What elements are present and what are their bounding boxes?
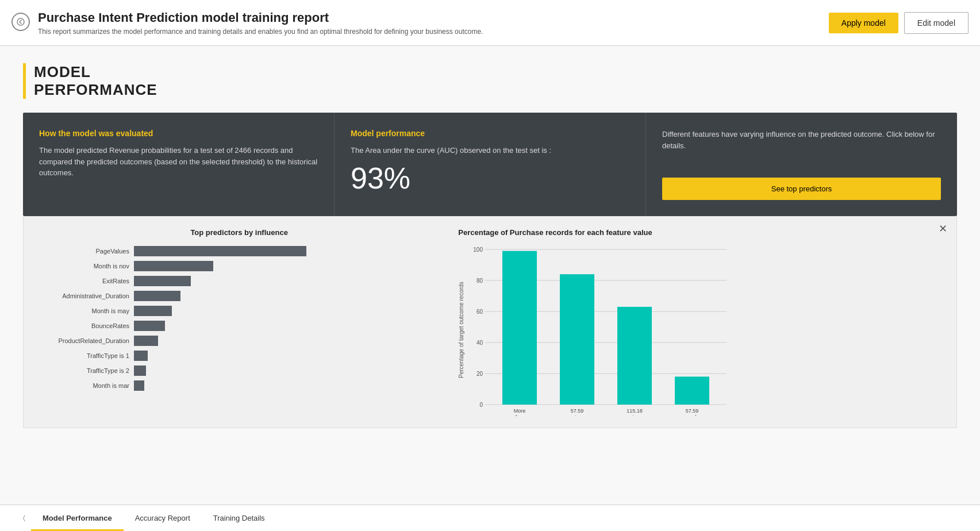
predictor-bar-row: PageValues (37, 246, 441, 256)
predictor-bar-row: ProductRelated_Duration (37, 336, 441, 346)
predictor-bar-track (134, 276, 441, 286)
feature-chart-title: Percentage of Purchase records for each … (458, 228, 943, 237)
section-title-block: MODEL PERFORMANCE (23, 63, 957, 99)
predictor-bar-track (134, 365, 441, 376)
header-text: Purchase Intent Prediction model trainin… (38, 10, 483, 36)
bottom-tab[interactable]: Model Performance (31, 505, 124, 531)
predictor-bar-fill (134, 246, 306, 256)
predictor-bar-row: Month is mar (37, 380, 441, 391)
auc-value: 93% (351, 161, 629, 195)
header: Purchase Intent Prediction model trainin… (0, 0, 980, 46)
predictors-panel: ✕ Top predictors by influence PageValues… (23, 216, 957, 428)
predictor-bar-label: Month is mar (37, 382, 129, 389)
eval-col1-text: The model predicted Revenue probabilitie… (39, 145, 318, 179)
feature-bar-x-label: 57.59 (686, 408, 699, 414)
svg-text:40: 40 (476, 340, 483, 346)
predictor-bar-label: TrafficType is 2 (37, 367, 129, 374)
predictor-bar-label: ExitRates (37, 278, 129, 284)
feature-bar-x-label: than (515, 414, 525, 416)
predictor-bar-fill (134, 261, 213, 271)
chart-left: Top predictors by influence PageValuesMo… (37, 228, 441, 416)
predictor-bar-row: TrafficType is 2 (37, 365, 441, 376)
bottom-tab[interactable]: Accuracy Report (124, 505, 202, 531)
predictor-bar-label: ProductRelated_Duration (37, 337, 129, 344)
predictor-bar-fill (134, 351, 148, 361)
predictor-bar-row: ExitRates (37, 276, 441, 286)
predictor-bar-label: PageValues (37, 248, 129, 255)
header-buttons: Apply model Edit model (829, 12, 969, 34)
predictor-bar-fill (134, 276, 191, 286)
predictor-bar-label: Month is may (37, 307, 129, 314)
eval-col1-title: How the model was evaluated (39, 129, 318, 138)
svg-text:80: 80 (476, 278, 483, 284)
chart-area: 020406080100Morethan230.3657.59to115.181… (468, 244, 943, 416)
predictor-bar-track (134, 336, 441, 346)
predictor-bar-row: Month is may (37, 306, 441, 316)
feature-bar-x-label: 115.18 (627, 408, 643, 414)
feature-bar (560, 275, 594, 405)
predictor-bar-track (134, 351, 441, 361)
predictor-bar-row: Month is nov (37, 261, 441, 271)
eval-col2-title: Model performance (351, 129, 629, 138)
predictor-bar-label: TrafficType is 1 (37, 352, 129, 359)
y-axis-label: Percentage of target outcome records (458, 244, 464, 416)
feature-bar (675, 377, 709, 405)
predictor-bar-row: TrafficType is 1 (37, 351, 441, 361)
feature-bar (502, 251, 537, 405)
predictor-bar-track (134, 321, 441, 331)
svg-text:0: 0 (480, 402, 483, 408)
predictor-bar-row: Administrative_Duration (37, 291, 441, 301)
svg-text:100: 100 (474, 247, 483, 253)
predictor-bar-track (134, 291, 441, 301)
section-title-text: MODEL PERFORMANCE (34, 63, 157, 99)
predictor-bar-row: BounceRates (37, 321, 441, 331)
section-title-bar (23, 63, 26, 99)
predictor-bar-fill (134, 306, 172, 316)
predictor-bar-fill (134, 365, 146, 376)
eval-section-features: Different features have varying influenc… (646, 113, 957, 216)
feature-bar-x-label: to (575, 414, 580, 416)
predictors-chart-title: Top predictors by influence (37, 228, 441, 237)
predictor-bar-track (134, 246, 441, 256)
feature-bar (617, 307, 652, 405)
bottom-tab[interactable]: Training Details (202, 505, 276, 531)
tabs-container: Model PerformanceAccuracy ReportTraining… (31, 505, 276, 531)
predictor-bar-label: Month is nov (37, 263, 129, 270)
apply-model-button[interactable]: Apply model (829, 13, 898, 33)
feature-bar-chart-svg: 020406080100Morethan230.3657.59to115.181… (468, 244, 943, 416)
predictor-bar-fill (134, 380, 144, 391)
predictor-bar-label: BounceRates (37, 322, 129, 329)
feature-bar-x-label: to (633, 414, 637, 416)
edit-model-button[interactable]: Edit model (904, 12, 969, 34)
tab-nav-left[interactable]: 〈 (17, 505, 31, 531)
feature-bar-x-label: 57.59 (571, 408, 584, 414)
close-predictors-button[interactable]: ✕ (939, 224, 947, 234)
eval-col2-text: The Area under the curve (AUC) observed … (351, 145, 629, 156)
eval-section-performance: Model performance The Area under the cur… (335, 113, 646, 216)
feature-bar-x-label: and (688, 414, 697, 416)
chart-right: Percentage of Purchase records for each … (458, 228, 943, 416)
back-button[interactable] (11, 13, 30, 31)
feature-bar-x-label: More (514, 408, 526, 414)
svg-text:60: 60 (476, 309, 483, 315)
bottom-tabs: 〈 Model PerformanceAccuracy ReportTraini… (0, 505, 980, 531)
predictor-bar-fill (134, 291, 180, 301)
main-content: MODEL PERFORMANCE How the model was eval… (0, 46, 980, 505)
predictor-bar-track (134, 261, 441, 271)
header-left: Purchase Intent Prediction model trainin… (11, 10, 483, 36)
svg-point-0 (17, 18, 24, 25)
see-top-predictors-button[interactable]: See top predictors (662, 178, 941, 200)
eval-panel: How the model was evaluated The model pr… (23, 113, 957, 216)
bar-chart-container: PageValuesMonth is novExitRatesAdministr… (37, 246, 441, 391)
svg-text:20: 20 (476, 371, 483, 377)
predictor-bar-track (134, 306, 441, 316)
page-title: Purchase Intent Prediction model trainin… (38, 10, 483, 25)
eval-col3-text: Different features have varying influenc… (662, 129, 941, 151)
page-subtitle: This report summarizes the model perform… (38, 28, 483, 36)
predictor-bar-fill (134, 336, 158, 346)
predictor-bar-track (134, 380, 441, 391)
predictor-bar-label: Administrative_Duration (37, 293, 129, 299)
predictor-bar-fill (134, 321, 165, 331)
eval-section-how: How the model was evaluated The model pr… (23, 113, 335, 216)
